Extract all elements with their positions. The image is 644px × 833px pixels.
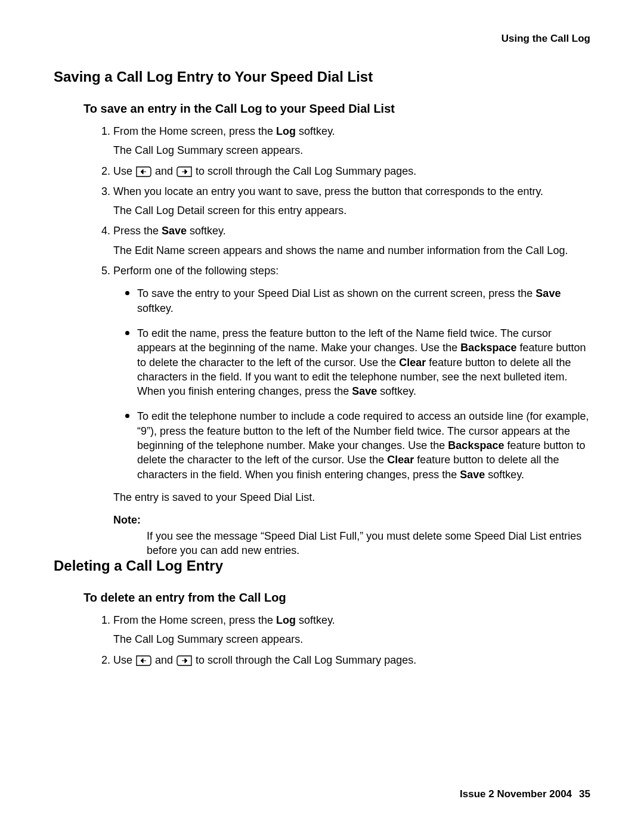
text: Press the (113, 225, 162, 237)
save-softkey-label: Save (162, 225, 187, 237)
delete-steps-list: From the Home screen, press the Log soft… (95, 613, 590, 667)
save-softkey-label: Save (535, 287, 561, 299)
arrow-left-icon (135, 166, 152, 178)
clear-label: Clear (387, 454, 414, 466)
subsection-delete-title: To delete an entry from the Call Log (83, 591, 590, 605)
save-step-4: Press the Save softkey. The Edit Name sc… (113, 224, 590, 258)
bullet-edit-name: To edit the name, press the feature butt… (137, 324, 590, 398)
bullet-edit-number: To edit the telephone number to include … (137, 407, 590, 481)
save-step-3: When you locate an entry you want to sav… (113, 184, 590, 218)
log-softkey-label: Log (276, 125, 296, 137)
text: Perform one of the following steps: (113, 265, 278, 277)
step-result: The Call Log Summary screen appears. (113, 143, 590, 157)
step-result: The Call Log Detail screen for this entr… (113, 203, 590, 218)
save-step-2: Use and to scroll through the Call Log S… (113, 164, 590, 178)
note-body: If you see the message “Speed Dial List … (147, 529, 590, 558)
backspace-label: Backspace (448, 439, 504, 451)
text: Use (113, 165, 135, 177)
text: and (152, 165, 176, 177)
text: softkey. (296, 614, 335, 626)
step-result: The Call Log Summary screen appears. (113, 632, 590, 646)
backspace-label: Backspace (460, 342, 516, 354)
text: Use (113, 654, 135, 666)
text: softkey. (187, 225, 226, 237)
subsection-save-title: To save an entry in the Call Log to your… (83, 102, 590, 116)
save-sub-bullets: To save the entry to your Speed Dial Lis… (125, 284, 590, 482)
header-breadcrumb: Using the Call Log (54, 33, 590, 45)
text: and (152, 654, 176, 666)
text: softkey. (377, 385, 416, 397)
note-label: Note: (113, 513, 590, 527)
step-result: The Edit Name screen appears and shows t… (113, 243, 590, 258)
text: softkey. (296, 125, 335, 137)
footer-page-number: 35 (579, 788, 590, 800)
arrow-right-icon (176, 166, 193, 178)
document-page: Using the Call Log Saving a Call Log Ent… (0, 0, 644, 833)
footer-issue: Issue 2 November 2004 (460, 788, 572, 800)
arrow-right-icon (176, 655, 193, 667)
delete-step-1: From the Home screen, press the Log soft… (113, 613, 590, 647)
save-step-5: Perform one of the following steps: To s… (113, 264, 590, 504)
log-softkey-label: Log (276, 614, 296, 626)
delete-step-2: Use and to scroll through the Call Log S… (113, 653, 590, 667)
text: From the Home screen, press the (113, 125, 276, 137)
section-deleting-title: Deleting a Call Log Entry (54, 558, 590, 574)
save-step-1: From the Home screen, press the Log soft… (113, 124, 590, 158)
save-softkey-label: Save (460, 469, 485, 481)
save-softkey-label: Save (352, 385, 377, 397)
arrow-left-icon (135, 655, 152, 667)
save-steps-list: From the Home screen, press the Log soft… (95, 124, 590, 504)
section-saving-title: Saving a Call Log Entry to Your Speed Di… (54, 69, 590, 85)
text: When you locate an entry you want to sav… (113, 185, 543, 197)
text: To save the entry to your Speed Dial Lis… (137, 287, 535, 299)
text: to scroll through the Call Log Summary p… (193, 165, 416, 177)
note-block: Note: If you see the message “Speed Dial… (113, 513, 590, 558)
bullet-save-as-shown: To save the entry to your Speed Dial Lis… (137, 284, 590, 315)
text: softkey. (485, 469, 524, 481)
page-footer: Issue 2 November 200435 (460, 788, 590, 800)
text: softkey. (137, 302, 174, 314)
clear-label: Clear (399, 357, 426, 368)
step-result: The entry is saved to your Speed Dial Li… (113, 490, 590, 504)
text: From the Home screen, press the (113, 614, 276, 626)
text: to scroll through the Call Log Summary p… (193, 654, 416, 666)
